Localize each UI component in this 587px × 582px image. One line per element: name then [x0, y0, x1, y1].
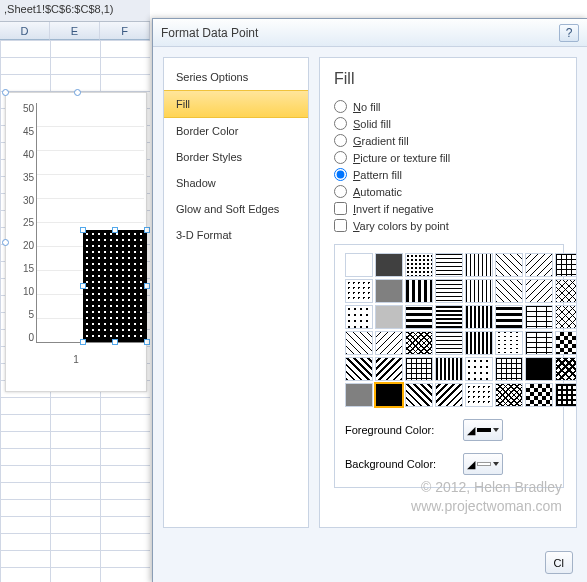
fill-option-gradient[interactable]: Gradient fill — [334, 132, 564, 149]
checkbox-invert[interactable] — [334, 202, 347, 215]
pattern-swatch-12[interactable] — [465, 279, 493, 303]
nav-item-border-styles[interactable]: Border Styles — [164, 144, 308, 170]
pattern-swatch-39[interactable] — [555, 357, 577, 381]
pattern-swatch-47[interactable] — [555, 383, 577, 407]
pattern-swatch-18[interactable] — [405, 305, 433, 329]
pattern-swatch-10[interactable] — [405, 279, 433, 303]
pattern-swatch-19[interactable] — [435, 305, 463, 329]
pattern-swatch-24[interactable] — [345, 331, 373, 355]
chart-object[interactable]: 50 45 40 35 30 25 20 15 10 5 0 1 — [5, 92, 147, 392]
pattern-swatch-38[interactable] — [525, 357, 553, 381]
pattern-swatch-9[interactable] — [375, 279, 403, 303]
help-button[interactable]: ? — [559, 24, 579, 42]
fill-option-nofill[interactable]: No fill — [334, 98, 564, 115]
pattern-swatch-32[interactable] — [345, 357, 373, 381]
pattern-swatch-20[interactable] — [465, 305, 493, 329]
pattern-swatch-2[interactable] — [405, 253, 433, 277]
check-option-invert[interactable]: Invert if negative — [334, 200, 564, 217]
close-button[interactable]: Cl — [545, 551, 573, 574]
check-option-vary[interactable]: Vary colors by point — [334, 217, 564, 234]
pattern-swatch-1[interactable] — [375, 253, 403, 277]
pattern-swatch-7[interactable] — [555, 253, 577, 277]
pattern-swatch-33[interactable] — [375, 357, 403, 381]
checkbox-vary[interactable] — [334, 219, 347, 232]
nav-item-series-options[interactable]: Series Options — [164, 64, 308, 90]
pattern-swatch-43[interactable] — [435, 383, 463, 407]
pattern-swatch-41[interactable] — [375, 383, 403, 407]
radio-pattern[interactable] — [334, 168, 347, 181]
column-headers: D E F — [0, 22, 150, 40]
fill-option-pattern[interactable]: Pattern fill — [334, 166, 564, 183]
pattern-swatch-28[interactable] — [465, 331, 493, 355]
pattern-swatch-17[interactable] — [375, 305, 403, 329]
bar-handle[interactable] — [112, 339, 118, 345]
pattern-swatch-26[interactable] — [405, 331, 433, 355]
pattern-swatch-46[interactable] — [525, 383, 553, 407]
pattern-swatch-37[interactable] — [495, 357, 523, 381]
paint-bucket-icon: ◢ — [467, 458, 475, 471]
col-header-d[interactable]: D — [0, 22, 50, 40]
bar-handle[interactable] — [112, 227, 118, 233]
dialog-nav: Series OptionsFillBorder ColorBorder Sty… — [163, 57, 309, 528]
radio-nofill[interactable] — [334, 100, 347, 113]
bar-handle[interactable] — [144, 339, 150, 345]
nav-item-border-color[interactable]: Border Color — [164, 118, 308, 144]
dialog-titlebar[interactable]: Format Data Point ? — [153, 19, 587, 47]
pattern-swatch-0[interactable] — [345, 253, 373, 277]
nav-item-shadow[interactable]: Shadow — [164, 170, 308, 196]
pattern-swatch-22[interactable] — [525, 305, 553, 329]
pattern-swatch-14[interactable] — [525, 279, 553, 303]
chart-resize-handle[interactable] — [2, 239, 9, 246]
pattern-swatch-30[interactable] — [525, 331, 553, 355]
bar-handle[interactable] — [80, 339, 86, 345]
formula-bar[interactable]: ,Sheet1!$C$6:$C$8,1) — [0, 0, 150, 22]
paint-bucket-icon: ◢ — [467, 424, 475, 437]
pattern-swatch-35[interactable] — [435, 357, 463, 381]
pattern-swatch-5[interactable] — [495, 253, 523, 277]
radio-solid[interactable] — [334, 117, 347, 130]
pattern-swatch-42[interactable] — [405, 383, 433, 407]
color-bar — [477, 462, 491, 466]
fill-option-solid[interactable]: Solid fill — [334, 115, 564, 132]
col-header-e[interactable]: E — [50, 22, 100, 40]
chart-bar-selected[interactable] — [83, 230, 147, 342]
radio-picture[interactable] — [334, 151, 347, 164]
nav-item-glow-and-soft-edges[interactable]: Glow and Soft Edges — [164, 196, 308, 222]
pattern-swatch-16[interactable] — [345, 305, 373, 329]
pattern-swatch-6[interactable] — [525, 253, 553, 277]
pattern-swatch-29[interactable] — [495, 331, 523, 355]
pattern-swatch-40[interactable] — [345, 383, 373, 407]
chart-resize-handle[interactable] — [2, 89, 9, 96]
fill-option-auto[interactable]: Automatic — [334, 183, 564, 200]
pattern-swatch-8[interactable] — [345, 279, 373, 303]
pattern-swatch-4[interactable] — [465, 253, 493, 277]
pattern-swatch-15[interactable] — [555, 279, 577, 303]
bar-handle[interactable] — [144, 227, 150, 233]
bar-handle[interactable] — [144, 283, 150, 289]
pattern-swatch-44[interactable] — [465, 383, 493, 407]
nav-item-fill[interactable]: Fill — [164, 90, 308, 118]
background-color-picker[interactable]: ◢ — [463, 453, 503, 475]
pattern-swatch-45[interactable] — [495, 383, 523, 407]
pattern-swatch-31[interactable] — [555, 331, 577, 355]
pattern-swatch-36[interactable] — [465, 357, 493, 381]
background-color-label: Background Color: — [345, 458, 455, 470]
chart-resize-handle[interactable] — [74, 89, 81, 96]
pattern-swatch-27[interactable] — [435, 331, 463, 355]
radio-gradient[interactable] — [334, 134, 347, 147]
bar-handle[interactable] — [80, 227, 86, 233]
pattern-swatch-23[interactable] — [555, 305, 577, 329]
nav-item-3-d-format[interactable]: 3-D Format — [164, 222, 308, 248]
pattern-swatch-34[interactable] — [405, 357, 433, 381]
pattern-swatch-21[interactable] — [495, 305, 523, 329]
col-header-f[interactable]: F — [100, 22, 150, 40]
pattern-swatch-3[interactable] — [435, 253, 463, 277]
pattern-swatch-13[interactable] — [495, 279, 523, 303]
bar-handle[interactable] — [80, 283, 86, 289]
pattern-swatch-11[interactable] — [435, 279, 463, 303]
chart-plot-area[interactable] — [36, 103, 144, 343]
fill-option-picture[interactable]: Picture or texture fill — [334, 149, 564, 166]
pattern-swatch-25[interactable] — [375, 331, 403, 355]
foreground-color-picker[interactable]: ◢ — [463, 419, 503, 441]
radio-auto[interactable] — [334, 185, 347, 198]
